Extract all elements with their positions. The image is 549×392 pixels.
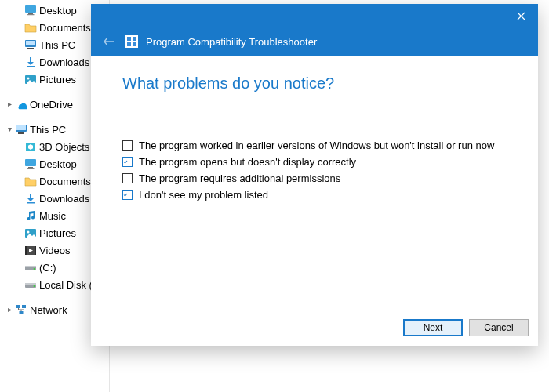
tree-item-label: Downloads [39,56,89,68]
tree-item-label: This PC [39,39,75,51]
tree-item-label: 3D Objects [39,141,89,153]
folder-icon [24,175,38,187]
troubleshooter-icon [125,35,138,48]
thispc-icon [24,38,38,51]
problem-option-2[interactable]: The program requires additional permissi… [122,172,507,184]
tree-item-label: Documents [39,176,91,187]
close-button[interactable] [504,4,538,27]
pictures-icon [24,227,38,239]
dialog-title: Program Compatibility Troubleshooter [146,36,317,48]
music-icon [24,209,38,222]
tree-item-label: Music [39,210,66,222]
next-button[interactable]: Next [403,319,463,336]
compatibility-troubleshooter-dialog: Program Compatibility Troubleshooter Wha… [91,4,538,346]
folder-icon [24,21,38,34]
drive-icon [24,278,38,291]
tree-item-label: Network [30,304,67,316]
checkbox[interactable] [122,157,133,167]
problem-option-3[interactable]: I don't see my problem listed [122,189,507,201]
next-button-label: Next [424,322,443,333]
tree-item-label: Videos [39,245,71,256]
cancel-button[interactable]: Cancel [469,319,529,336]
chevron-icon: ▸ [5,305,14,314]
option-label: The program worked in earlier versions o… [139,140,494,151]
dialog-body: What problems do you notice? The program… [91,56,538,311]
tree-item-label: Documents [39,22,91,34]
checkbox[interactable] [122,190,133,200]
desktop-icon [24,4,38,16]
pictures-icon [24,73,38,85]
back-button[interactable] [100,33,118,50]
problem-option-1[interactable]: The program opens but doesn't display co… [122,156,507,168]
tree-item-label: This PC [30,124,66,136]
chevron-icon: ▸ [5,100,14,109]
dialog-header: Program Compatibility Troubleshooter [91,27,538,56]
dialog-titlebar [91,4,538,27]
dialog-heading: What problems do you notice? [122,74,507,93]
tree-item-label: OneDrive [30,99,73,111]
tree-item-label: Pictures [39,227,76,239]
option-label: The program requires additional permissi… [139,172,340,184]
option-label: I don't see my problem listed [139,189,268,201]
download-icon [24,56,38,68]
drive-icon [24,261,38,274]
videos-icon [24,244,38,256]
network-icon [14,303,28,316]
problem-option-0[interactable]: The program worked in earlier versions o… [122,140,507,151]
tree-item-label: Desktop [39,158,77,170]
option-label: The program opens but doesn't display co… [139,156,356,168]
thispc-icon [14,123,28,136]
tree-item-label: (C:) [39,262,56,274]
problem-options: The program worked in earlier versions o… [122,140,507,201]
tree-item-label: Downloads [39,193,89,205]
onedrive-icon [14,98,28,111]
desktop-icon [24,158,38,170]
checkbox[interactable] [122,173,133,183]
tree-item-label: Pictures [39,74,76,85]
chevron-icon: ▾ [5,125,14,134]
download-icon [24,192,38,205]
checkbox[interactable] [122,140,133,151]
3d-icon [24,140,38,153]
tree-item-label: Desktop [39,5,77,16]
cancel-button-label: Cancel [484,322,513,333]
dialog-footer: Next Cancel [91,311,538,346]
